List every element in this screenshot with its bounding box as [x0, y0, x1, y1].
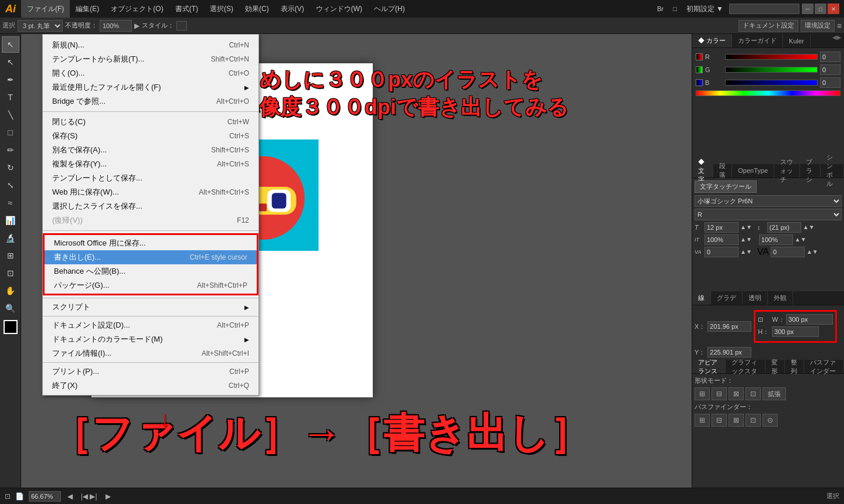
tab-para[interactable]: 段落 [713, 164, 732, 178]
type-tool[interactable]: T [2, 89, 19, 105]
baseline-input[interactable] [771, 247, 805, 257]
menu-bridge[interactable]: Bridge で参照... Alt+Ctrl+O [43, 94, 258, 108]
tab-color[interactable]: ◆ カラー [692, 34, 732, 47]
h-input[interactable] [772, 326, 819, 337]
tab-appear[interactable]: 外観 [768, 291, 793, 305]
opacity-input[interactable] [100, 20, 132, 32]
maximize-btn[interactable]: □ [815, 4, 826, 14]
warp-tool[interactable]: ≈ [2, 195, 19, 211]
menu-scripts[interactable]: スクリプト ▶ [43, 300, 258, 314]
menu-file[interactable]: ファイル(F) [21, 0, 70, 18]
menu-print[interactable]: プリント(P)... Ctrl+P [43, 365, 258, 379]
menu-select[interactable]: 選択(S) [204, 0, 239, 18]
menu-save[interactable]: 保存(S) Ctrl+S [43, 129, 258, 143]
font-size-input[interactable] [705, 222, 738, 233]
menu-export[interactable]: 書き出し(E)... Ctrl+E style cursor [45, 250, 257, 264]
menu-close[interactable]: 閉じる(C) Ctrl+W [43, 115, 258, 129]
g-value[interactable] [820, 64, 840, 75]
search-icon[interactable] [729, 4, 799, 14]
bridge-btn[interactable]: Br [654, 5, 667, 12]
menu-save-template[interactable]: テンプレートとして保存... [43, 171, 258, 185]
tab-pathfinder[interactable]: パスファインダー [804, 360, 844, 373]
leading-input[interactable] [767, 222, 801, 233]
rotate-tool[interactable]: ↻ [2, 159, 19, 176]
tab-align[interactable]: 整列 [785, 360, 804, 373]
font-family-select[interactable]: 小塚ゴシック Pr6N [695, 195, 842, 207]
artboard-tool[interactable]: ⊞ [2, 247, 19, 264]
tab-appearance[interactable]: アピアランス [692, 360, 726, 373]
pf-btn-2[interactable]: ⊟ [712, 414, 727, 427]
w-input[interactable] [786, 314, 833, 325]
menu-save-copy[interactable]: 複製を保存(Y)... Alt+Ctrl+S [43, 157, 258, 171]
tab-brush[interactable]: ブラシ [800, 164, 821, 178]
expand-btn[interactable]: 拡張 [763, 387, 786, 400]
eyedrop-tool[interactable]: 🔬 [2, 230, 19, 246]
tab-grad[interactable]: グラデ [711, 291, 743, 305]
workspace-btn[interactable]: □ [669, 5, 680, 12]
b-slider[interactable] [725, 80, 818, 86]
panel-collapse[interactable]: ◀▶ [830, 34, 844, 47]
tab-graphics[interactable]: グラフィックスタ [726, 360, 765, 373]
rect-tool[interactable]: □ [2, 124, 19, 141]
r-value[interactable] [820, 52, 840, 62]
pf-btn-4[interactable]: ⊡ [746, 414, 761, 427]
close-btn[interactable]: ✕ [828, 4, 839, 14]
shape-btn-3[interactable]: ⊠ [729, 387, 744, 400]
menu-quit[interactable]: 終了(X) Ctrl+Q [43, 379, 258, 393]
tab-line[interactable]: 線 [692, 291, 711, 305]
menu-edit[interactable]: 編集(E) [70, 0, 105, 18]
tab-kuler[interactable]: Kuler [783, 34, 811, 47]
tab-color-guide[interactable]: カラーガイド [732, 34, 783, 47]
scale-tool[interactable]: ⤡ [2, 177, 19, 193]
fill-color[interactable] [4, 320, 18, 334]
shape-btn-2[interactable]: ⊟ [712, 387, 727, 400]
tab-char[interactable]: ◆ 文字 [692, 164, 713, 178]
menu-doc-colormode[interactable]: ドキュメントのカラーモード(M) ▶ [43, 332, 258, 346]
pf-btn-5[interactable]: ⊙ [763, 414, 778, 427]
color-spectrum[interactable] [696, 90, 840, 96]
menu-new-template[interactable]: テンプレートから新規(T)... Shift+Ctrl+N [43, 52, 258, 66]
tab-opentype[interactable]: OpenType [732, 164, 774, 178]
menu-object[interactable]: オブジェクト(O) [105, 0, 169, 18]
menu-view[interactable]: 表示(V) [275, 0, 310, 18]
line-tool[interactable]: ╲ [2, 107, 19, 123]
zoom-input[interactable] [29, 491, 61, 502]
menu-type[interactable]: 書式(T) [169, 0, 204, 18]
pf-btn-1[interactable]: ⊞ [695, 414, 710, 427]
env-settings-btn[interactable]: 環境設定 [801, 20, 835, 32]
menu-save-web[interactable]: Web 用に保存(W)... Alt+Shift+Ctrl+S [43, 185, 258, 199]
tracking-input[interactable] [705, 234, 738, 245]
menu-doc-settings[interactable]: ドキュメント設定(D)... Alt+Ctrl+P [43, 318, 258, 332]
kerning-input[interactable] [705, 247, 738, 257]
hand-tool[interactable]: ✋ [2, 282, 19, 299]
doc-settings-btn[interactable]: ドキュメント設定 [738, 20, 798, 32]
menu-window[interactable]: ウィンドウ(W) [310, 0, 368, 18]
workspace-label[interactable]: 初期設定 ▼ [683, 4, 727, 14]
menu-file-info[interactable]: ファイル情報(I)... Alt+Shift+Ctrl+I [43, 346, 258, 360]
zoom-tool[interactable]: 🔍 [2, 300, 19, 316]
scale-input[interactable] [759, 234, 793, 245]
menu-package[interactable]: パッケージ(G)... Alt+Shift+Ctrl+P [45, 278, 257, 292]
direct-select-tool[interactable]: ↖ [2, 54, 19, 70]
graph-tool[interactable]: 📊 [2, 212, 19, 229]
g-slider[interactable] [725, 67, 818, 73]
font-style-select[interactable]: R [695, 209, 842, 220]
slice-tool[interactable]: ⊡ [2, 265, 19, 281]
menu-help[interactable]: ヘルプ(H) [368, 0, 411, 18]
tab-trans[interactable]: 透明 [743, 291, 768, 305]
tab-swatches[interactable]: スウォッチ [774, 164, 800, 178]
brush-tool[interactable]: ✏ [2, 142, 19, 158]
tab-transform[interactable]: 変形 [765, 360, 785, 373]
tab-symbol[interactable]: シンボル [821, 164, 844, 178]
menu-save-as[interactable]: 別名で保存(A)... Shift+Ctrl+S [43, 143, 258, 157]
char-touch-tool-btn[interactable]: 文字タッチツール [695, 181, 757, 193]
pf-btn-3[interactable]: ⊠ [729, 414, 744, 427]
r-slider[interactable] [725, 54, 818, 60]
menu-effect[interactable]: 効果(C) [239, 0, 275, 18]
menu-behance[interactable]: Behance へ公開(B)... [45, 264, 257, 278]
next-page-btn[interactable]: ▶ [104, 492, 113, 500]
minimize-btn[interactable]: ─ [802, 4, 814, 14]
shape-btn-4[interactable]: ⊡ [746, 387, 761, 400]
stroke-select[interactable]: 3 pt. 丸筆 [18, 20, 63, 32]
menu-save-slices[interactable]: 選択したスライスを保存... [43, 199, 258, 213]
